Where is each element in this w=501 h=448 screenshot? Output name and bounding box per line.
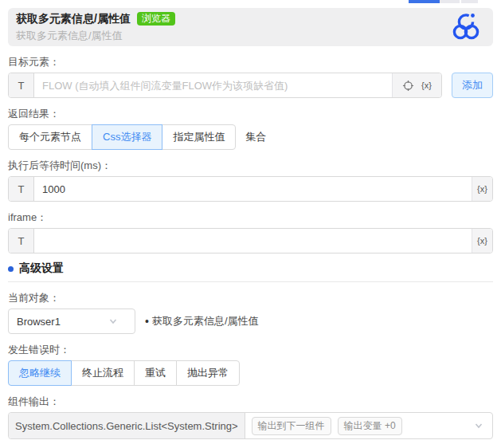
iframe-input[interactable] xyxy=(34,229,472,253)
on-error-options: 忽略继续 终止流程 重试 抛出异常 xyxy=(8,360,493,386)
wait-time-field: 执行后等待时间(ms)： T {x} xyxy=(8,159,493,202)
collection-text: 集合 xyxy=(245,130,266,144)
variable-icon[interactable]: {x} xyxy=(477,184,487,194)
component-header: 获取多元素信息/属性值 浏览器 获取多元素信息/属性值 xyxy=(8,8,493,46)
wait-time-label: 执行后等待时间(ms)： xyxy=(8,159,493,171)
text-type-prefix: T xyxy=(9,229,34,253)
target-element-suffix: {x} xyxy=(392,73,441,97)
iframe-input-group: T {x} xyxy=(8,228,493,253)
component-title: 获取多元素信息/属性值 xyxy=(16,12,131,26)
component-output-label: 组件输出： xyxy=(8,395,493,407)
option-ignore-continue[interactable]: 忽略继续 xyxy=(8,360,72,386)
iframe-label: iframe： xyxy=(8,211,493,223)
wait-time-suffix: {x} xyxy=(472,177,492,201)
component-output-select[interactable]: System.Collections.Generic.List<System.S… xyxy=(8,412,493,439)
current-object-label: 当前对象： xyxy=(8,292,493,304)
target-element-input-group: T {x} xyxy=(8,73,442,98)
option-terminate-flow[interactable]: 终止流程 xyxy=(71,360,135,386)
component-subtitle: 获取多元素信息/属性值 xyxy=(16,29,175,43)
chevron-down-icon xyxy=(473,420,484,431)
current-object-field: 当前对象： Browser1 • 获取多元素信息/属性值 xyxy=(8,292,493,334)
wait-time-input-group: T {x} xyxy=(8,176,493,202)
option-retry[interactable]: 重试 xyxy=(134,360,177,386)
target-element-label: 目标元素： xyxy=(8,56,493,68)
category-badge: 浏览器 xyxy=(137,12,175,26)
advanced-settings-title: 高级设置 xyxy=(19,261,64,276)
text-type-prefix: T xyxy=(9,177,34,201)
target-element-field: 目标元素： T {x} 添加 xyxy=(8,56,493,98)
component-config-panel: 获取多元素信息/属性值 浏览器 获取多元素信息/属性值 目标元素： T xyxy=(0,0,501,448)
output-tags: 输出到下一组件 输出变量 +0 xyxy=(245,417,473,435)
on-error-label: 发生错误时： xyxy=(8,344,493,356)
return-result-field: 返回结果： 每个元素节点 Css选择器 指定属性值 集合 xyxy=(8,108,493,150)
iframe-field: iframe： T {x} xyxy=(8,211,493,253)
pick-element-icon[interactable] xyxy=(402,80,414,92)
current-object-value: Browser1 xyxy=(17,316,61,328)
current-object-note: • 获取多元素信息/属性值 xyxy=(145,314,259,328)
current-object-select[interactable]: Browser1 xyxy=(8,308,135,334)
tab-fragment[interactable] xyxy=(440,0,460,3)
variable-icon[interactable]: {x} xyxy=(421,81,432,90)
tab-fragment[interactable] xyxy=(461,0,478,3)
option-specified-attribute[interactable]: 指定属性值 xyxy=(162,124,236,150)
output-to-next-tag[interactable]: 输出到下一组件 xyxy=(252,417,331,435)
return-result-options: 每个元素节点 Css选择器 指定属性值 集合 xyxy=(8,124,493,150)
iframe-suffix: {x} xyxy=(472,229,492,253)
option-css-selector[interactable]: Css选择器 xyxy=(92,124,162,150)
component-output-field: 组件输出： System.Collections.Generic.List<Sy… xyxy=(8,395,493,439)
return-result-label: 返回结果： xyxy=(8,108,493,120)
variable-icon[interactable]: {x} xyxy=(477,236,487,246)
option-every-element-node[interactable]: 每个元素节点 xyxy=(8,124,92,150)
active-tab-fragment[interactable] xyxy=(409,0,440,3)
chevron-down-icon xyxy=(108,316,119,327)
target-element-input[interactable] xyxy=(34,73,392,97)
note-bullet-icon: • xyxy=(145,315,149,328)
option-throw-exception[interactable]: 抛出异常 xyxy=(176,360,240,386)
section-divider xyxy=(8,281,493,282)
output-type-text: System.Collections.Generic.List<System.S… xyxy=(9,413,245,438)
browser-logo-icon xyxy=(450,11,482,43)
header-text: 获取多元素信息/属性值 浏览器 获取多元素信息/属性值 xyxy=(16,12,175,43)
text-type-prefix: T xyxy=(9,73,34,97)
wait-time-input[interactable] xyxy=(34,177,472,201)
output-variable-tag[interactable]: 输出变量 +0 xyxy=(338,417,402,435)
section-bullet-icon xyxy=(8,266,14,272)
note-text: 获取多元素信息/属性值 xyxy=(152,314,259,328)
advanced-settings-section: 高级设置 xyxy=(8,261,493,282)
add-button[interactable]: 添加 xyxy=(452,73,493,98)
on-error-field: 发生错误时： 忽略继续 终止流程 重试 抛出异常 xyxy=(8,344,493,386)
